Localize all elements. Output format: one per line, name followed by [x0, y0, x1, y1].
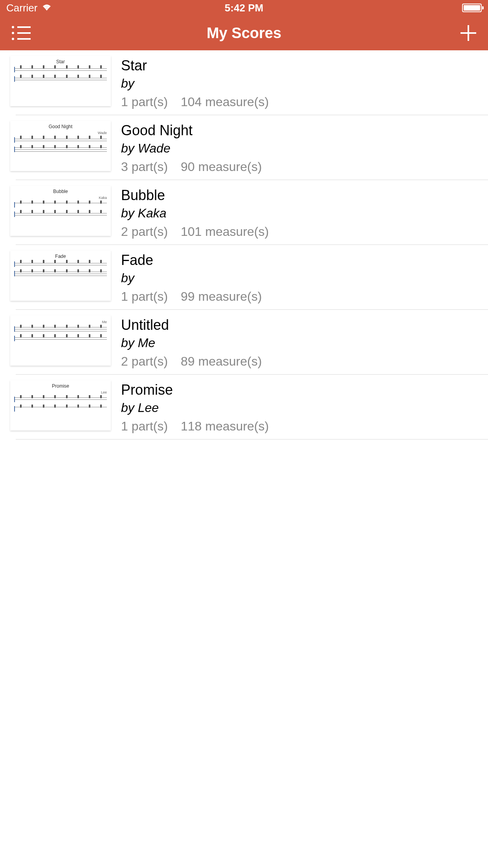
- score-author: by: [121, 76, 488, 91]
- score-parts: 2 part(s): [121, 224, 181, 239]
- score-title: Untitled: [121, 317, 488, 333]
- score-meta: 3 part(s)90 measure(s): [121, 160, 488, 174]
- divider: [16, 439, 488, 440]
- score-item[interactable]: StarStarby1 part(s)104 measure(s): [0, 50, 488, 115]
- score-thumbnail: Star: [10, 56, 111, 106]
- score-measures: 101 measure(s): [181, 224, 269, 239]
- score-author: by Me: [121, 336, 488, 350]
- score-author: by: [121, 271, 488, 285]
- score-info: Starby1 part(s)104 measure(s): [121, 56, 488, 109]
- score-parts: 1 part(s): [121, 419, 181, 434]
- score-meta: 2 part(s)89 measure(s): [121, 354, 488, 369]
- score-thumbnail: BubbleKaka: [10, 186, 111, 236]
- score-info: Untitledby Me2 part(s)89 measure(s): [121, 315, 488, 369]
- score-measures: 99 measure(s): [181, 289, 262, 304]
- carrier-label: Carrier: [6, 2, 37, 14]
- score-parts: 3 part(s): [121, 160, 181, 174]
- score-thumbnail: Fade: [10, 250, 111, 301]
- score-item[interactable]: MeUntitledby Me2 part(s)89 measure(s): [0, 310, 488, 374]
- battery-icon: [462, 4, 482, 12]
- score-thumbnail: Me: [10, 315, 111, 366]
- score-title: Bubble: [121, 187, 488, 204]
- score-author: by Wade: [121, 141, 488, 156]
- score-meta: 2 part(s)101 measure(s): [121, 224, 488, 239]
- add-score-button[interactable]: [460, 25, 476, 41]
- score-title: Star: [121, 57, 488, 74]
- score-measures: 104 measure(s): [181, 95, 269, 109]
- score-meta: 1 part(s)99 measure(s): [121, 289, 488, 304]
- score-title: Good Night: [121, 122, 488, 139]
- score-meta: 1 part(s)104 measure(s): [121, 95, 488, 109]
- status-time: 5:42 PM: [225, 2, 263, 14]
- score-item[interactable]: Good NightWadeGood Nightby Wade3 part(s)…: [0, 115, 488, 180]
- score-thumbnail: PromiseLee: [10, 380, 111, 430]
- score-list: StarStarby1 part(s)104 measure(s)Good Ni…: [0, 50, 488, 440]
- wifi-icon: [41, 2, 52, 14]
- score-item[interactable]: BubbleKakaBubbleby Kaka2 part(s)101 meas…: [0, 180, 488, 245]
- score-item[interactable]: PromiseLeePromiseby Lee1 part(s)118 meas…: [0, 375, 488, 439]
- score-measures: 90 measure(s): [181, 160, 262, 174]
- score-author: by Kaka: [121, 206, 488, 221]
- score-measures: 118 measure(s): [181, 419, 269, 434]
- score-parts: 2 part(s): [121, 354, 181, 369]
- score-info: Promiseby Lee1 part(s)118 measure(s): [121, 380, 488, 434]
- score-parts: 1 part(s): [121, 289, 181, 304]
- score-parts: 1 part(s): [121, 95, 181, 109]
- score-meta: 1 part(s)118 measure(s): [121, 419, 488, 434]
- menu-icon[interactable]: [12, 26, 31, 40]
- score-title: Promise: [121, 382, 488, 398]
- score-info: Bubbleby Kaka2 part(s)101 measure(s): [121, 186, 488, 239]
- score-thumbnail: Good NightWade: [10, 121, 111, 171]
- nav-bar: My Scores: [0, 16, 488, 50]
- score-item[interactable]: FadeFadeby1 part(s)99 measure(s): [0, 245, 488, 309]
- score-author: by Lee: [121, 401, 488, 415]
- status-bar: Carrier 5:42 PM: [0, 0, 488, 16]
- score-title: Fade: [121, 252, 488, 268]
- score-info: Fadeby1 part(s)99 measure(s): [121, 250, 488, 304]
- page-title: My Scores: [207, 25, 281, 42]
- score-info: Good Nightby Wade3 part(s)90 measure(s): [121, 121, 488, 174]
- score-measures: 89 measure(s): [181, 354, 262, 369]
